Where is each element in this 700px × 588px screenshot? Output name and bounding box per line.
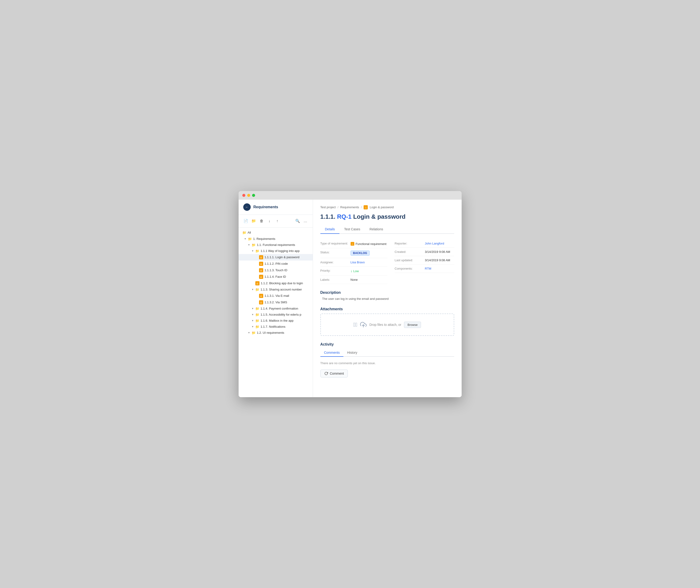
breadcrumb-requirements[interactable]: Requirements — [340, 205, 359, 209]
drop-zone[interactable]: ▴⃝ Drop files to attach, or Browse — [320, 314, 454, 336]
sidebar-item-login-password[interactable]: △ 1.1.1.1. Login & password — [239, 254, 313, 260]
sidebar-item-all[interactable]: 📁 All — [239, 229, 313, 236]
req-icon: △ — [259, 294, 263, 298]
details-left: Type of requirement: △ Functional requir… — [320, 239, 387, 284]
description-section: Description The user can log in using th… — [320, 290, 454, 301]
activity-tabs: Comments History — [320, 349, 454, 357]
minimize-button[interactable] — [247, 194, 250, 197]
comment-button[interactable]: Comment — [320, 370, 348, 378]
activity-title: Activity — [320, 342, 454, 347]
more-button[interactable]: … — [302, 217, 309, 224]
details-right: Reporter: John Langford Created: 3/14/20… — [387, 239, 454, 284]
sidebar-item-ui-req[interactable]: ▼ 📁 1.2. UI requirements — [239, 330, 313, 336]
sidebar-item-notifications[interactable]: ▼ 📁 1.1.7. Notifications — [239, 324, 313, 330]
attachments-section: Attachments ▴⃝ Drop files to attach, or … — [320, 307, 454, 336]
move-up-button[interactable]: ↑ — [274, 217, 281, 224]
app-body: ← Requirements 📄 📁 🗑 ↓ ↑ 🔍 … 📁 All — [239, 200, 462, 397]
breadcrumb: Test project / Requirements / △ Login & … — [320, 205, 454, 209]
sidebar-toolbar: 📄 📁 🗑 ↓ ↑ 🔍 … — [239, 215, 313, 227]
maximize-button[interactable] — [252, 194, 255, 197]
main-content: Test project / Requirements / △ Login & … — [313, 200, 462, 397]
created-value: 3/14/2019 9:08 AM — [425, 250, 450, 253]
attachments-title: Attachments — [320, 307, 454, 311]
sidebar: ← Requirements 📄 📁 🗑 ↓ ↑ 🔍 … 📁 All — [239, 200, 313, 397]
detail-created: Created: 3/14/2019 9:08 AM — [395, 248, 454, 256]
priority-down-icon: ↓ — [351, 269, 352, 273]
refresh-icon — [324, 372, 328, 375]
sidebar-item-face-id[interactable]: △ 1.1.1.4. Face ID — [239, 273, 313, 280]
detail-priority: Priority: ↓ Low — [320, 266, 387, 275]
sidebar-tree: 📁 All ▼ 📁 1. Requirements ▼ 📁 1.1. Funct… — [239, 227, 313, 397]
move-down-button[interactable]: ↓ — [266, 217, 273, 224]
breadcrumb-req-icon: △ — [364, 205, 368, 209]
detail-type: Type of requirement: △ Functional requir… — [320, 239, 387, 248]
reporter-label: Reporter: — [395, 242, 425, 245]
new-folder-button[interactable]: 📁 — [250, 217, 257, 224]
details-grid: Type of requirement: △ Functional requir… — [320, 239, 454, 284]
sidebar-title: Requirements — [253, 205, 278, 209]
tab-history[interactable]: History — [343, 349, 361, 357]
priority-value: ↓ Low — [351, 269, 359, 273]
delete-button[interactable]: 🗑 — [258, 217, 265, 224]
back-button[interactable]: ← — [243, 203, 251, 211]
close-button[interactable] — [242, 194, 245, 197]
assignee-label: Assignee: — [320, 260, 351, 264]
description-title: Description — [320, 290, 454, 295]
sidebar-item-way-of-logging[interactable]: ▼ 📁 1.1.1 Way of logging into app — [239, 248, 313, 254]
sidebar-item-payment[interactable]: ▼ 📁 1.1.4. Payment confirmation — [239, 306, 313, 312]
req-icon: △ — [259, 262, 263, 266]
detail-labels: Labels: None — [320, 275, 387, 284]
app-window: ← Requirements 📄 📁 🗑 ↓ ↑ 🔍 … 📁 All — [239, 191, 462, 397]
detail-components: Components: RTM — [395, 264, 454, 273]
description-text: The user can log in using the email and … — [320, 297, 454, 301]
drop-text: Drop files to attach, or — [369, 323, 401, 327]
tab-relations[interactable]: Relations — [365, 225, 388, 234]
req-icon: △ — [259, 255, 263, 259]
reporter-value[interactable]: John Langford — [425, 242, 444, 245]
assignee-value[interactable]: Lisa Bravo — [351, 260, 365, 264]
type-req-icon: △ — [351, 242, 354, 246]
tab-comments[interactable]: Comments — [320, 349, 344, 357]
new-file-button[interactable]: 📄 — [242, 217, 249, 224]
sidebar-item-accessibility[interactable]: ▼ 📁 1.1.5. Accessibility for ederlu p — [239, 312, 313, 318]
type-label: Type of requirement: — [320, 242, 351, 245]
breadcrumb-current[interactable]: Login & password — [370, 205, 394, 209]
upload-icon: ▴⃝ — [353, 322, 358, 328]
tab-test-cases[interactable]: Test Cases — [339, 225, 365, 234]
type-value: △ Functional requirement — [351, 242, 387, 246]
priority-label: Priority: — [320, 269, 351, 272]
detail-status: Status: BACKLOG — [320, 248, 387, 258]
sidebar-item-via-email[interactable]: △ 1.1.3.1. Via E-mail — [239, 292, 313, 299]
labels-label: Labels: — [320, 278, 351, 281]
detail-last-updated: Last updated: 3/14/2019 9:08 AM — [395, 256, 454, 264]
detail-tabs: Details Test Cases Relations — [320, 225, 454, 234]
created-label: Created: — [395, 250, 425, 253]
activity-section: Activity Comments History There are no c… — [320, 342, 454, 378]
sidebar-item-touch-id[interactable]: △ 1.1.1.3. Touch ID — [239, 267, 313, 273]
sidebar-item-requirements[interactable]: ▼ 📁 1. Requirements — [239, 236, 313, 242]
components-value[interactable]: RTM — [425, 267, 431, 270]
req-icon: △ — [255, 281, 260, 285]
tab-details[interactable]: Details — [320, 225, 340, 234]
title-bar — [239, 191, 462, 200]
labels-value: None — [351, 278, 358, 281]
search-button[interactable]: 🔍 — [294, 217, 301, 224]
sidebar-item-pin-code[interactable]: △ 1.1.1.2. PIN code — [239, 260, 313, 267]
sidebar-item-via-sms[interactable]: △ 1.1.3.2. Via SMS — [239, 299, 313, 306]
browse-button[interactable]: Browse — [404, 322, 421, 328]
rq-id: RQ-1 — [337, 213, 352, 220]
req-icon: △ — [259, 268, 263, 272]
req-icon: △ — [259, 300, 263, 305]
sidebar-header: ← Requirements — [239, 200, 313, 215]
breadcrumb-project[interactable]: Test project — [320, 205, 336, 209]
sidebar-item-blocking-app[interactable]: △ 1.1.2. Blocking app due to login — [239, 280, 313, 286]
detail-reporter: Reporter: John Langford — [395, 239, 454, 248]
sidebar-item-functional-req[interactable]: ▼ 📁 1.1. Functional requirements — [239, 242, 313, 248]
page-title: 1.1.1. RQ-1 Login & password — [320, 213, 454, 220]
no-comments-text: There are no comments yet on this issue. — [320, 361, 454, 366]
sidebar-item-sharing-account[interactable]: ▼ 📁 1.1.3. Sharing account number — [239, 286, 313, 292]
title-text: Login & password — [353, 213, 405, 220]
sidebar-item-mailbox[interactable]: ▼ 📁 1.1.6. Mailbox in the app — [239, 318, 313, 324]
comment-label: Comment — [330, 372, 344, 375]
last-updated-label: Last updated: — [395, 258, 425, 262]
